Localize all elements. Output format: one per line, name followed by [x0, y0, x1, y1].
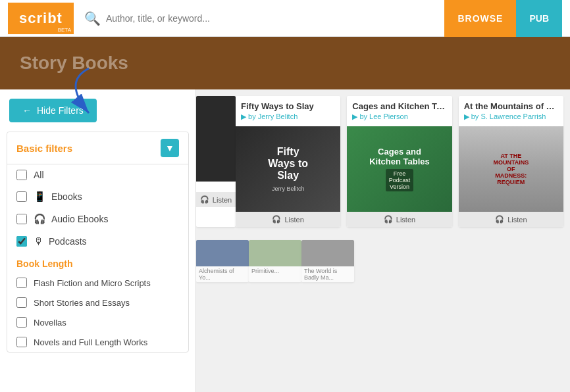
filter-flash[interactable]: Flash Fiction and Micro Scripts — [7, 273, 188, 293]
logo-beta: BETA — [58, 27, 71, 33]
book-author-3: ▶ by S. Lawrence Parrish — [464, 112, 558, 121]
filter-podcasts-checkbox[interactable] — [16, 236, 27, 247]
hide-filters-button[interactable]: ← Hide Filters — [9, 99, 97, 122]
book-card-row2-2: Primitive... — [249, 240, 301, 282]
filter-short[interactable]: Short Stories and Essays — [7, 293, 188, 312]
book-cover-2: Cages andKitchen Tables FreePodcastVersi… — [347, 126, 452, 212]
author-arrow-3: ▶ — [464, 112, 469, 120]
book-title-partial — [199, 184, 233, 189]
books-row-2: Alchemists of Yo... Primitive... The Wor… — [196, 233, 570, 289]
listen-button-partial[interactable]: 🎧 Listen — [196, 192, 236, 207]
logo-box: scribt BETA — [8, 3, 74, 34]
filter-flash-label: Flash Fiction and Micro Scripts — [34, 278, 151, 288]
listen-icon-2: 🎧 — [384, 215, 393, 224]
cover-badge-2: FreePodcastVersion — [386, 169, 414, 191]
book-title-row2-3: The World is Badly Ma... — [301, 266, 354, 282]
book-info-2: Cages and Kitchen Tables ▶ by Lee Pierso… — [347, 96, 452, 126]
book-title-2: Cages and Kitchen Tables — [352, 101, 446, 111]
listen-icon-partial: 🎧 — [200, 195, 209, 204]
filter-podcasts-label: 🎙 Podcasts — [34, 235, 87, 247]
book-title-row2-1: Alchemists of Yo... — [196, 266, 249, 282]
filters-header: Basic filters ▼ — [7, 132, 188, 164]
pub-button[interactable]: PUB — [516, 0, 562, 37]
filter-all-label: All — [34, 170, 44, 180]
book-card-1: Fifty Ways to Slay ▶ by Jerry Belitch Fi… — [236, 96, 340, 227]
book-cover-row2-1 — [196, 240, 249, 266]
filter-audio-label: 🎧 Audio Ebooks — [34, 213, 108, 225]
listen-button-3[interactable]: 🎧 Listen — [459, 212, 563, 227]
logo-text: scribt — [19, 10, 63, 27]
filter-novellas[interactable]: Novellas — [7, 312, 188, 332]
page-banner: Story Books — [0, 37, 570, 89]
book-cover-partial — [196, 96, 236, 182]
book-cover-3: AT THEMOUNTAINSOFMADNESS:REQUIEM — [459, 126, 563, 212]
listen-icon-1: 🎧 — [272, 215, 281, 224]
cover-author-1: Jerry Belitch — [272, 185, 305, 192]
author-arrow-1: ▶ — [241, 112, 246, 120]
book-info-partial — [196, 182, 236, 192]
listen-icon-3: 🎧 — [495, 215, 504, 224]
filter-ebooks-checkbox[interactable] — [16, 191, 27, 202]
book-card-3: At the Mountains of Madn... ▶ by S. Lawr… — [459, 96, 563, 227]
book-title-row2-2: Primitive... — [249, 266, 301, 276]
main-layout: ← Hide Filters Basic filters ▼ All 📱 Ebo… — [0, 89, 570, 392]
filters-panel: Basic filters ▼ All 📱 Ebooks 🎧 — [7, 132, 189, 353]
filter-novels-checkbox[interactable] — [16, 337, 27, 347]
book-card-row2-1: Alchemists of Yo... — [196, 240, 249, 282]
book-card-row2-3: The World is Badly Ma... — [301, 240, 354, 282]
podcast-icon: 🎙 — [34, 235, 43, 247]
filter-short-label: Short Stories and Essays — [34, 298, 130, 308]
filter-novels[interactable]: Novels and Full Length Works — [7, 332, 188, 352]
hide-filters-label: Hide Filters — [37, 105, 84, 116]
browse-button[interactable]: BROWSE — [444, 0, 516, 37]
search-icon: 🔍 — [84, 11, 101, 26]
book-cover-1: FiftyWays toSlay Jerry Belitch — [236, 126, 340, 212]
search-area: 🔍 — [84, 11, 444, 26]
search-input[interactable] — [106, 13, 303, 24]
book-card-partial: 🎧 Listen — [196, 96, 236, 227]
filter-audio-ebooks[interactable]: 🎧 Audio Ebooks — [7, 208, 188, 230]
filter-short-checkbox[interactable] — [16, 297, 27, 308]
book-author-2: ▶ by Lee Pierson — [352, 112, 446, 121]
filter-novels-label: Novels and Full Length Works — [34, 337, 147, 347]
cover-title-1: FiftyWays toSlay — [268, 146, 308, 182]
arrow-left-icon: ← — [22, 105, 32, 116]
logo-area: scribt BETA — [8, 3, 74, 34]
sidebar: ← Hide Filters Basic filters ▼ All 📱 Ebo… — [0, 89, 196, 392]
filter-ebooks-label: 📱 Ebooks — [34, 191, 82, 203]
book-length-title: Book Length — [7, 252, 188, 273]
page-title: Story Books — [20, 53, 128, 74]
cover-title-3: AT THEMOUNTAINSOFMADNESS:REQUIEM — [493, 153, 529, 185]
book-author-1: ▶ by Jerry Belitch — [241, 112, 335, 121]
filter-audio-checkbox[interactable] — [16, 214, 27, 224]
book-info-3: At the Mountains of Madn... ▶ by S. Lawr… — [459, 96, 563, 126]
content-area: 🎧 Listen Fifty Ways to Slay ▶ by Jerry B… — [196, 89, 570, 392]
cover-title-2: Cages andKitchen Tables — [369, 147, 430, 166]
book-title-3: At the Mountains of Madn... — [464, 101, 558, 111]
book-cover-row2-2 — [249, 240, 301, 266]
listen-button-1[interactable]: 🎧 Listen — [236, 212, 340, 227]
listen-button-2[interactable]: 🎧 Listen — [347, 212, 452, 227]
filter-novellas-checkbox[interactable] — [16, 317, 27, 328]
filters-chevron[interactable]: ▼ — [161, 139, 179, 157]
filter-flash-checkbox[interactable] — [16, 278, 27, 288]
book-cover-row2-3 — [301, 240, 354, 266]
tablet-icon: 📱 — [34, 191, 46, 203]
app-header: scribt BETA 🔍 BROWSE PUB — [0, 0, 570, 37]
filters-title: Basic filters — [16, 143, 72, 154]
book-card-2: Cages and Kitchen Tables ▶ by Lee Pierso… — [347, 96, 452, 227]
filter-novellas-label: Novellas — [34, 318, 66, 328]
filter-ebooks[interactable]: 📱 Ebooks — [7, 185, 188, 208]
books-row-1: 🎧 Listen Fifty Ways to Slay ▶ by Jerry B… — [196, 89, 570, 233]
filter-all[interactable]: All — [7, 164, 188, 185]
book-title-1: Fifty Ways to Slay — [241, 101, 335, 111]
author-arrow-2: ▶ — [352, 112, 357, 120]
filter-podcasts[interactable]: 🎙 Podcasts — [7, 230, 188, 252]
book-info-1: Fifty Ways to Slay ▶ by Jerry Belitch — [236, 96, 340, 126]
filter-all-checkbox[interactable] — [16, 170, 27, 180]
headphone-icon: 🎧 — [34, 213, 46, 225]
